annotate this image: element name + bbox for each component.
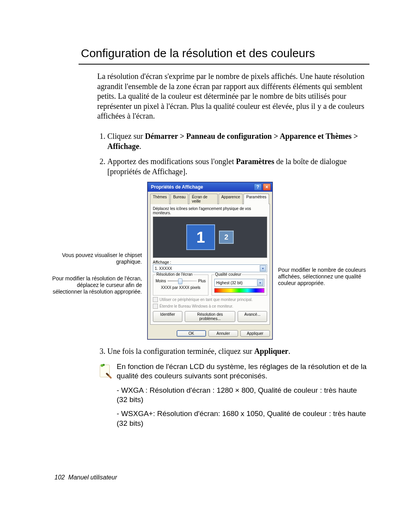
- left-callouts: Vous pouvez visualiser le chipset graphi…: [50, 182, 147, 296]
- display-select[interactable]: 1. XXXXX ▾: [153, 264, 267, 272]
- extend-desktop-label: Étendre le Bureau Windows à ce moniteur.: [159, 304, 233, 308]
- step-1-post: .: [139, 142, 141, 150]
- tab-themes[interactable]: Thèmes: [150, 194, 170, 204]
- color-spectrum-icon: [214, 288, 264, 293]
- checkbox-icon: [153, 304, 158, 309]
- step-2-pre: Apportez des modifications sous l'onglet: [107, 157, 236, 166]
- step-1-bold: Démarrer > Panneau de configuration > Ap…: [107, 132, 358, 150]
- note-line-3: - WSXGA+: Résolution d'écran: 1680 x 105…: [117, 409, 369, 428]
- tab-appearance[interactable]: Apparence: [219, 194, 243, 204]
- resolution-legend: Résolution de l'écran: [156, 272, 193, 276]
- resolution-slider[interactable]: [168, 280, 197, 282]
- arrange-monitors-label: Déplacez les icônes selon l'agencement p…: [153, 206, 267, 215]
- step-2: Apportez des modifications sous l'onglet…: [107, 157, 369, 177]
- display-field: Affichage : 1. XXXXX ▾: [153, 260, 267, 272]
- troubleshoot-button[interactable]: Résolution des problèmes...: [185, 311, 235, 322]
- slider-thumb[interactable]: [178, 278, 182, 284]
- note-line-1: En fonction de l'écran LCD du système, l…: [117, 362, 369, 381]
- color-quality-legend: Qualité couleur: [214, 272, 242, 276]
- note-text: En fonction de l'écran LCD du système, l…: [117, 362, 369, 433]
- settings-panel: Déplacez les icônes selon l'agencement p…: [150, 204, 270, 325]
- help-button[interactable]: ?: [254, 184, 262, 191]
- note-icon: [97, 362, 117, 433]
- advanced-button[interactable]: Avancé...: [238, 311, 267, 322]
- note-line-2: - WXGA : Résolution d'écran : 1280 × 800…: [117, 386, 369, 405]
- close-button[interactable]: ×: [263, 184, 271, 191]
- checkbox-icon: [153, 297, 158, 302]
- tab-screensaver[interactable]: Écran de veille: [189, 194, 218, 204]
- tab-settings[interactable]: Paramètres: [243, 194, 269, 204]
- step-1: Cliquez sur Démarrer > Panneau de config…: [107, 131, 369, 151]
- close-icon: ×: [265, 184, 268, 190]
- page-title: Configuration de la résolution et des co…: [81, 47, 369, 60]
- chevron-down-icon[interactable]: ▾: [257, 280, 263, 286]
- title-rule: [79, 64, 369, 65]
- step-3-pre: Une fois la configuration terminée, cliq…: [107, 347, 254, 355]
- color-quality-value: Highest (32 bit): [216, 281, 243, 285]
- step-3: Une fois la configuration terminée, cliq…: [107, 346, 369, 357]
- chevron-down-icon[interactable]: ▾: [260, 265, 266, 271]
- dialog-title: Propriétés de Affichage: [151, 184, 203, 190]
- callout-color-quality: Pour modifier le nombre de couleurs affi…: [278, 267, 370, 286]
- manual-page: Configuration de la résolution et des co…: [0, 0, 420, 509]
- identify-button[interactable]: Identifier: [153, 311, 182, 322]
- step-1-pre: Cliquez sur: [107, 132, 145, 140]
- step-3-post: .: [288, 347, 290, 355]
- resolution-min-label: Moins: [156, 279, 166, 283]
- note-block: En fonction de l'écran LCD du système, l…: [97, 362, 369, 433]
- ok-button[interactable]: OK: [177, 330, 206, 337]
- step-2-bold: Paramètres: [236, 157, 274, 166]
- tab-desktop[interactable]: Bureau: [170, 194, 188, 204]
- color-quality-group: Qualité couleur Highest (32 bit) ▾: [212, 275, 267, 296]
- monitor-arrangement[interactable]: 1 2: [153, 217, 267, 258]
- cancel-button[interactable]: Annuler: [208, 330, 238, 337]
- footer-label: Manuel utilisateur: [68, 474, 117, 481]
- resolution-group: Résolution de l'écran Moins Plus XXXX pa…: [153, 275, 208, 296]
- color-quality-select[interactable]: Highest (32 bit) ▾: [214, 279, 264, 287]
- dialog-tabs: Thèmes Bureau Écran de veille Apparence …: [148, 192, 272, 204]
- primary-monitor-label: Utiliser ce périphérique en tant que mon…: [159, 297, 253, 302]
- step-list-continued: Une fois la configuration terminée, cliq…: [97, 346, 369, 357]
- step-list: Cliquez sur Démarrer > Panneau de config…: [97, 131, 369, 177]
- svg-point-2: [103, 364, 105, 366]
- display-label: Affichage :: [153, 260, 171, 264]
- figure-row: Vous pouvez visualiser le chipset graphi…: [0, 182, 420, 339]
- help-icon: ?: [256, 184, 259, 190]
- step-3-bold: Appliquer: [254, 347, 289, 355]
- dialog-button-row: OK Annuler Appliquer: [148, 327, 272, 339]
- monitor-2-icon[interactable]: 2: [219, 231, 234, 244]
- right-callouts: Pour modifier le nombre de couleurs affi…: [273, 182, 370, 288]
- resolution-max-label: Plus: [198, 279, 206, 283]
- dialog-titlebar[interactable]: Propriétés de Affichage ? ×: [148, 182, 272, 192]
- extend-desktop-checkbox[interactable]: Étendre le Bureau Windows à ce moniteur.: [153, 304, 267, 309]
- page-footer: 102 Manuel utilisateur: [54, 474, 117, 481]
- intro-paragraph: La résolution d'écran s'exprime par le n…: [97, 72, 369, 121]
- resolution-readout: XXXX par XXXX pixels: [156, 285, 206, 290]
- primary-monitor-checkbox[interactable]: Utiliser ce périphérique en tant que mon…: [153, 297, 267, 302]
- page-number: 102: [54, 474, 65, 481]
- callout-resolution: Pour modifier la résolution de l'écran, …: [50, 275, 142, 295]
- callout-chipset: Vous pouvez visualiser le chipset graphi…: [50, 252, 142, 265]
- apply-button[interactable]: Appliquer: [240, 330, 270, 337]
- display-properties-dialog: Propriétés de Affichage ? × Thèmes Burea…: [147, 182, 273, 339]
- display-value: 1. XXXXX: [155, 266, 172, 271]
- monitor-1-icon[interactable]: 1: [186, 224, 215, 250]
